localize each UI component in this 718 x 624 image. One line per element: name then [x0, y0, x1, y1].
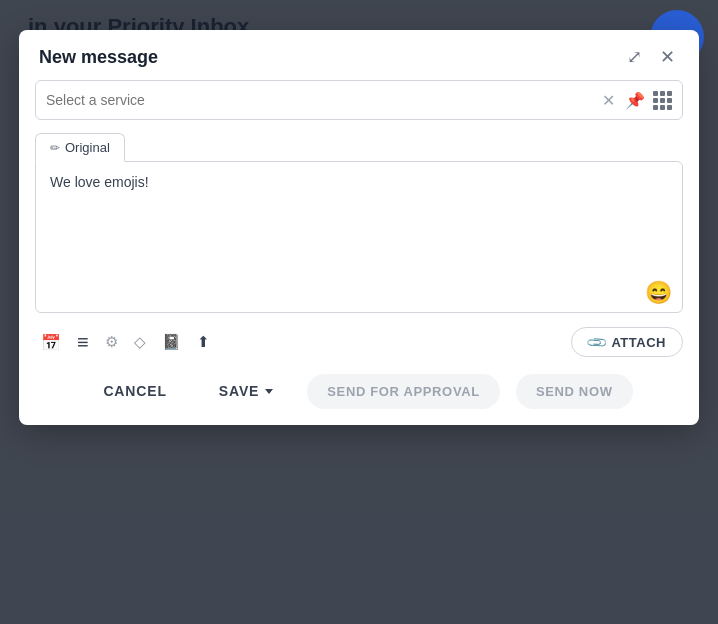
emoji-button[interactable]: 😄 — [645, 280, 672, 306]
gear-icon: ⚙ — [105, 333, 118, 351]
tab-bar: ✏ Original — [35, 132, 683, 161]
save-button[interactable]: SAVE — [201, 373, 291, 409]
cancel-button[interactable]: CANCEL — [85, 373, 184, 409]
tag-tool-button[interactable]: ◇ — [128, 329, 152, 355]
grid-icon[interactable] — [653, 91, 672, 110]
service-select-input[interactable] — [46, 92, 600, 108]
modal-header: New message ⤢ ✕ — [19, 30, 699, 80]
pin-service-button[interactable]: 📌 — [623, 89, 647, 112]
service-select-row: ✕ 📌 — [35, 80, 683, 120]
message-textarea[interactable] — [36, 162, 682, 272]
modal-title: New message — [39, 47, 158, 68]
attach-label: ATTACH — [611, 335, 666, 350]
send-now-button[interactable]: SEND NOW — [516, 374, 633, 409]
emoji-row: 😄 — [36, 276, 682, 312]
toolbar-row: 📅 ≡ ⚙ ◇ 📓 ⬆ — [35, 323, 683, 365]
clear-service-button[interactable]: ✕ — [600, 89, 617, 112]
book-tool-button[interactable]: 📓 — [156, 329, 187, 355]
list-tool-button[interactable]: ≡ — [71, 328, 95, 356]
calendar-tool-button[interactable]: 📅 — [35, 329, 67, 356]
tab-original[interactable]: ✏ Original — [35, 133, 125, 162]
upload-icon: ⬆ — [197, 333, 210, 351]
tab-original-label: Original — [65, 140, 110, 155]
tag-icon: ◇ — [134, 333, 146, 351]
book-icon: 📓 — [162, 333, 181, 351]
new-message-modal: New message ⤢ ✕ ✕ 📌 — [19, 30, 699, 425]
upload-tool-button[interactable]: ⬆ — [191, 329, 216, 355]
modal-footer: CANCEL SAVE SEND FOR APPROVAL SEND NOW — [19, 365, 699, 413]
calendar-icon: 📅 — [41, 333, 61, 352]
send-for-approval-button[interactable]: SEND FOR APPROVAL — [307, 374, 500, 409]
modal-body: ✕ 📌 — [19, 80, 699, 365]
attach-button[interactable]: 📎 ATTACH — [571, 327, 683, 357]
modal-header-actions: ⤢ ✕ — [623, 46, 679, 68]
close-icon[interactable]: ✕ — [656, 46, 679, 68]
pencil-icon: ✏ — [50, 141, 60, 155]
service-actions: ✕ 📌 — [600, 89, 672, 112]
toolbar-icons: 📅 ≡ ⚙ ◇ 📓 ⬆ — [35, 328, 216, 356]
save-label: SAVE — [219, 383, 259, 399]
expand-icon[interactable]: ⤢ — [623, 46, 646, 68]
paperclip-icon: 📎 — [585, 330, 609, 354]
save-chevron-icon — [265, 389, 273, 394]
list-icon: ≡ — [77, 332, 89, 352]
message-area-wrapper: 😄 — [35, 161, 683, 313]
gear-tool-button[interactable]: ⚙ — [99, 329, 124, 355]
